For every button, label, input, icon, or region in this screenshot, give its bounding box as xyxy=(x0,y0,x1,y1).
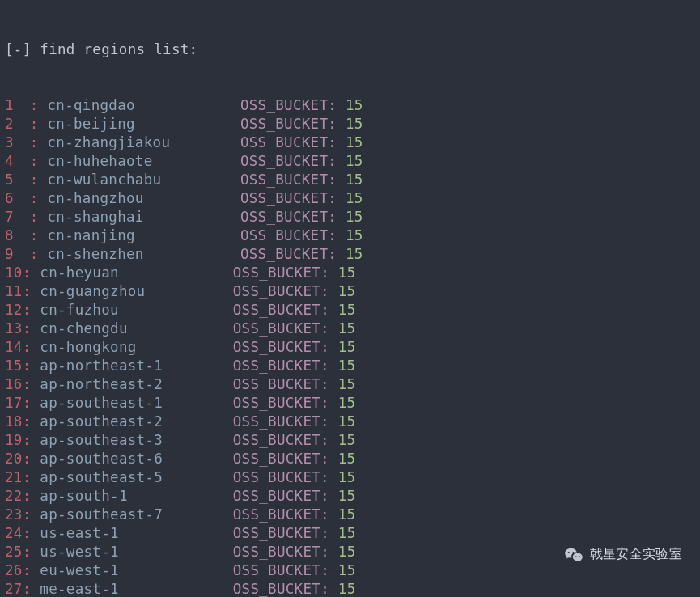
bucket-colon: : xyxy=(320,581,338,597)
bucket-value: 15 xyxy=(346,116,363,132)
bucket-label: OSS_BUCKET xyxy=(233,544,320,560)
watermark-text: 戟星安全实验室 xyxy=(590,546,682,563)
bucket-label: OSS_BUCKET xyxy=(233,376,320,392)
region-index: 13 xyxy=(5,320,23,338)
bucket-label: OSS_BUCKET xyxy=(240,190,328,206)
region-row: 2 : cn-beijing OSS_BUCKET: 15 xyxy=(5,115,695,133)
bucket-colon: : xyxy=(320,302,338,318)
bucket-value: 15 xyxy=(338,283,356,299)
region-row: 4 : cn-huhehaote OSS_BUCKET: 15 xyxy=(5,152,695,171)
bucket-colon: : xyxy=(328,246,346,262)
terminal-output: [-] find regions list: 1 : cn-qingdao OS… xyxy=(0,0,700,597)
region-row: 20: ap-southeast-6 OSS_BUCKET: 15 xyxy=(5,450,695,468)
region-name: cn-huhehaote xyxy=(48,153,153,169)
region-index: 4 xyxy=(5,152,21,171)
bucket-colon: : xyxy=(320,469,338,485)
wechat-icon xyxy=(564,547,583,563)
bucket-value: 15 xyxy=(338,320,356,337)
region-index: 20 xyxy=(5,450,23,468)
index-separator: : xyxy=(23,451,32,467)
bucket-value: 15 xyxy=(338,432,356,448)
index-separator: : xyxy=(21,97,39,113)
region-index: 16 xyxy=(5,375,23,394)
index-separator: : xyxy=(23,265,32,281)
region-index: 9 xyxy=(5,245,21,264)
bucket-value: 15 xyxy=(338,395,356,411)
region-name: cn-qingdao xyxy=(48,97,135,113)
region-index: 12 xyxy=(5,301,23,320)
region-name: cn-zhangjiakou xyxy=(48,134,171,150)
region-name: us-west-1 xyxy=(40,544,119,560)
region-row: 3 : cn-zhangjiakou OSS_BUCKET: 15 xyxy=(5,133,695,152)
region-index: 6 xyxy=(5,189,21,208)
index-separator: : xyxy=(23,432,32,448)
region-name: ap-southeast-6 xyxy=(40,451,163,467)
bucket-label: OSS_BUCKET xyxy=(233,413,320,430)
region-index: 3 xyxy=(5,133,21,152)
region-name: ap-southeast-2 xyxy=(40,413,163,430)
region-row: 27: me-east-1 OSS_BUCKET: 15 xyxy=(5,580,695,597)
region-name: ap-northeast-2 xyxy=(40,376,163,392)
index-separator: : xyxy=(23,506,32,523)
region-row: 23: ap-southeast-7 OSS_BUCKET: 15 xyxy=(5,506,695,524)
bucket-label: OSS_BUCKET xyxy=(233,469,320,485)
bucket-value: 15 xyxy=(338,265,356,281)
watermark: 戟星安全实验室 xyxy=(564,546,682,563)
region-index: 5 xyxy=(5,171,21,189)
region-name: eu-west-1 xyxy=(40,562,119,578)
index-separator: : xyxy=(21,116,39,132)
bucket-colon: : xyxy=(320,488,338,504)
region-name: ap-south-1 xyxy=(40,488,127,504)
bucket-value: 15 xyxy=(346,171,363,188)
bucket-value: 15 xyxy=(338,358,356,374)
index-separator: : xyxy=(23,488,32,504)
bucket-colon: : xyxy=(320,395,338,411)
index-separator: : xyxy=(23,581,32,597)
region-index: 19 xyxy=(5,431,23,450)
bucket-value: 15 xyxy=(338,413,356,430)
region-name: cn-hongkong xyxy=(40,339,136,355)
bucket-colon: : xyxy=(320,525,338,541)
bucket-value: 15 xyxy=(338,525,356,541)
region-name: cn-nanjing xyxy=(48,227,135,243)
bucket-label: OSS_BUCKET xyxy=(233,488,320,504)
region-row: 18: ap-southeast-2 OSS_BUCKET: 15 xyxy=(5,413,695,431)
bucket-label: OSS_BUCKET xyxy=(240,153,328,169)
bucket-value: 15 xyxy=(338,544,356,560)
bucket-value: 15 xyxy=(346,190,363,206)
region-row: 19: ap-southeast-3 OSS_BUCKET: 15 xyxy=(5,431,695,450)
regions-list: 1 : cn-qingdao OSS_BUCKET: 152 : cn-beij… xyxy=(5,96,695,597)
bucket-value: 15 xyxy=(346,209,363,225)
index-separator: : xyxy=(21,227,39,243)
bucket-value: 15 xyxy=(346,134,363,150)
region-row: 24: us-east-1 OSS_BUCKET: 15 xyxy=(5,524,695,543)
region-row: 10: cn-heyuan OSS_BUCKET: 15 xyxy=(5,264,695,282)
bucket-label: OSS_BUCKET xyxy=(240,171,328,188)
bucket-label: OSS_BUCKET xyxy=(233,562,320,578)
index-separator: : xyxy=(23,320,32,337)
bucket-colon: : xyxy=(320,376,338,392)
region-index: 14 xyxy=(5,338,23,357)
bucket-colon: : xyxy=(320,413,338,430)
bucket-label: OSS_BUCKET xyxy=(233,432,320,448)
region-index: 24 xyxy=(5,524,23,543)
region-name: ap-southeast-3 xyxy=(40,432,163,448)
index-separator: : xyxy=(23,358,32,374)
region-row: 15: ap-northeast-1 OSS_BUCKET: 15 xyxy=(5,357,695,375)
bucket-value: 15 xyxy=(338,581,356,597)
bucket-value: 15 xyxy=(338,302,356,318)
region-row: 14: cn-hongkong OSS_BUCKET: 15 xyxy=(5,338,695,357)
bucket-label: OSS_BUCKET xyxy=(240,116,328,132)
region-index: 10 xyxy=(5,264,23,282)
region-name: cn-beijing xyxy=(48,116,135,132)
bucket-colon: : xyxy=(328,153,346,169)
bucket-colon: : xyxy=(328,190,346,206)
regions-header: [-] find regions list: xyxy=(5,40,695,59)
region-row: 8 : cn-nanjing OSS_BUCKET: 15 xyxy=(5,227,695,245)
region-index: 7 xyxy=(5,208,21,227)
region-row: 22: ap-south-1 OSS_BUCKET: 15 xyxy=(5,487,695,506)
region-name: ap-southeast-7 xyxy=(40,506,163,523)
region-row: 26: eu-west-1 OSS_BUCKET: 15 xyxy=(5,561,695,580)
bucket-colon: : xyxy=(328,227,346,243)
bucket-colon: : xyxy=(328,209,346,225)
